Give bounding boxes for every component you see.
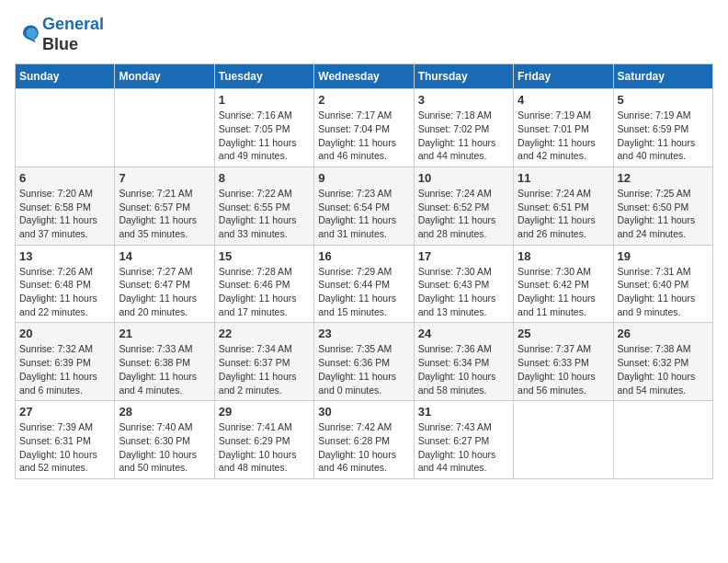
- day-number: 16: [318, 249, 409, 263]
- day-cell: [16, 89, 115, 167]
- day-number: 5: [618, 93, 709, 107]
- day-cell: 26Sunrise: 7:38 AMSunset: 6:32 PMDayligh…: [613, 323, 712, 401]
- header-friday: Friday: [514, 64, 613, 89]
- week-row-2: 6Sunrise: 7:20 AMSunset: 6:58 PMDaylight…: [16, 167, 713, 245]
- day-cell: 23Sunrise: 7:35 AMSunset: 6:36 PMDayligh…: [314, 323, 414, 401]
- day-cell: 14Sunrise: 7:27 AMSunset: 6:47 PMDayligh…: [115, 245, 214, 323]
- day-cell: [613, 401, 712, 479]
- day-number: 9: [318, 171, 409, 185]
- day-cell: 1Sunrise: 7:16 AMSunset: 7:05 PMDaylight…: [214, 89, 313, 167]
- day-info: Sunrise: 7:20 AMSunset: 6:58 PMDaylight:…: [19, 187, 110, 241]
- day-info: Sunrise: 7:25 AMSunset: 6:50 PMDaylight:…: [618, 187, 709, 241]
- day-cell: 2Sunrise: 7:17 AMSunset: 7:04 PMDaylight…: [314, 89, 414, 167]
- day-info: Sunrise: 7:24 AMSunset: 6:52 PMDaylight:…: [418, 187, 509, 241]
- day-cell: 8Sunrise: 7:22 AMSunset: 6:55 PMDaylight…: [214, 167, 313, 245]
- day-info: Sunrise: 7:31 AMSunset: 6:40 PMDaylight:…: [618, 265, 709, 319]
- day-number: 26: [618, 327, 709, 340]
- day-number: 25: [518, 327, 609, 340]
- day-cell: 4Sunrise: 7:19 AMSunset: 7:01 PMDaylight…: [514, 89, 613, 167]
- day-info: Sunrise: 7:43 AMSunset: 6:27 PMDaylight:…: [418, 420, 509, 475]
- day-info: Sunrise: 7:30 AMSunset: 6:42 PMDaylight:…: [518, 265, 609, 319]
- day-info: Sunrise: 7:35 AMSunset: 6:36 PMDaylight:…: [318, 342, 409, 396]
- day-number: 10: [418, 171, 509, 185]
- day-number: 12: [618, 171, 709, 185]
- day-info: Sunrise: 7:16 AMSunset: 7:05 PMDaylight:…: [219, 109, 310, 163]
- day-info: Sunrise: 7:24 AMSunset: 6:51 PMDaylight:…: [518, 187, 609, 241]
- day-cell: 19Sunrise: 7:31 AMSunset: 6:40 PMDayligh…: [613, 245, 712, 323]
- day-info: Sunrise: 7:22 AMSunset: 6:55 PMDaylight:…: [219, 187, 310, 241]
- day-number: 24: [418, 327, 509, 340]
- day-cell: 27Sunrise: 7:39 AMSunset: 6:31 PMDayligh…: [16, 401, 115, 479]
- day-number: 7: [119, 171, 210, 185]
- day-cell: 29Sunrise: 7:41 AMSunset: 6:29 PMDayligh…: [214, 401, 313, 479]
- day-info: Sunrise: 7:39 AMSunset: 6:31 PMDaylight:…: [19, 420, 110, 475]
- day-info: Sunrise: 7:28 AMSunset: 6:46 PMDaylight:…: [219, 265, 310, 319]
- day-cell: 9Sunrise: 7:23 AMSunset: 6:54 PMDaylight…: [314, 167, 414, 245]
- day-info: Sunrise: 7:41 AMSunset: 6:29 PMDaylight:…: [219, 420, 310, 475]
- day-info: Sunrise: 7:40 AMSunset: 6:30 PMDaylight:…: [119, 420, 210, 475]
- page-header: General Blue: [15, 15, 713, 54]
- day-cell: 11Sunrise: 7:24 AMSunset: 6:51 PMDayligh…: [514, 167, 613, 245]
- day-cell: 20Sunrise: 7:32 AMSunset: 6:39 PMDayligh…: [16, 323, 115, 401]
- day-cell: 25Sunrise: 7:37 AMSunset: 6:33 PMDayligh…: [514, 323, 613, 401]
- day-cell: 28Sunrise: 7:40 AMSunset: 6:30 PMDayligh…: [115, 401, 214, 479]
- day-number: 30: [318, 405, 409, 419]
- day-cell: 7Sunrise: 7:21 AMSunset: 6:57 PMDaylight…: [115, 167, 214, 245]
- day-cell: 21Sunrise: 7:33 AMSunset: 6:38 PMDayligh…: [115, 323, 214, 401]
- day-info: Sunrise: 7:27 AMSunset: 6:47 PMDaylight:…: [119, 265, 210, 319]
- day-info: Sunrise: 7:32 AMSunset: 6:39 PMDaylight:…: [19, 342, 110, 396]
- day-cell: 6Sunrise: 7:20 AMSunset: 6:58 PMDaylight…: [16, 167, 115, 245]
- day-number: 20: [19, 327, 110, 340]
- day-cell: 5Sunrise: 7:19 AMSunset: 6:59 PMDaylight…: [613, 89, 712, 167]
- day-info: Sunrise: 7:23 AMSunset: 6:54 PMDaylight:…: [318, 187, 409, 241]
- day-info: Sunrise: 7:33 AMSunset: 6:38 PMDaylight:…: [119, 342, 210, 396]
- day-number: 17: [418, 249, 509, 263]
- day-info: Sunrise: 7:19 AMSunset: 7:01 PMDaylight:…: [518, 109, 609, 163]
- day-info: Sunrise: 7:34 AMSunset: 6:37 PMDaylight:…: [219, 342, 310, 396]
- day-info: Sunrise: 7:19 AMSunset: 6:59 PMDaylight:…: [618, 109, 709, 163]
- day-cell: 3Sunrise: 7:18 AMSunset: 7:02 PMDaylight…: [414, 89, 513, 167]
- header-tuesday: Tuesday: [214, 64, 313, 89]
- day-cell: 17Sunrise: 7:30 AMSunset: 6:43 PMDayligh…: [414, 245, 513, 323]
- day-number: 14: [119, 249, 210, 263]
- day-cell: [115, 89, 214, 167]
- day-number: 4: [518, 93, 609, 107]
- day-cell: 16Sunrise: 7:29 AMSunset: 6:44 PMDayligh…: [314, 245, 414, 323]
- day-info: Sunrise: 7:37 AMSunset: 6:33 PMDaylight:…: [518, 342, 609, 396]
- header-row: SundayMondayTuesdayWednesdayThursdayFrid…: [16, 64, 713, 89]
- day-number: 19: [618, 249, 709, 263]
- day-info: Sunrise: 7:42 AMSunset: 6:28 PMDaylight:…: [318, 420, 409, 475]
- day-cell: 15Sunrise: 7:28 AMSunset: 6:46 PMDayligh…: [214, 245, 313, 323]
- logo-text: General Blue: [42, 15, 104, 54]
- day-info: Sunrise: 7:17 AMSunset: 7:04 PMDaylight:…: [318, 109, 409, 163]
- day-number: 6: [19, 171, 110, 185]
- day-cell: 31Sunrise: 7:43 AMSunset: 6:27 PMDayligh…: [414, 401, 513, 479]
- day-cell: 10Sunrise: 7:24 AMSunset: 6:52 PMDayligh…: [414, 167, 513, 245]
- calendar-table: SundayMondayTuesdayWednesdayThursdayFrid…: [15, 63, 713, 479]
- day-number: 23: [318, 327, 409, 340]
- day-info: Sunrise: 7:21 AMSunset: 6:57 PMDaylight:…: [119, 187, 210, 241]
- day-info: Sunrise: 7:18 AMSunset: 7:02 PMDaylight:…: [418, 109, 509, 163]
- header-monday: Monday: [115, 64, 214, 89]
- day-cell: 13Sunrise: 7:26 AMSunset: 6:48 PMDayligh…: [16, 245, 115, 323]
- day-number: 27: [19, 405, 110, 419]
- day-number: 2: [318, 93, 409, 107]
- day-number: 8: [219, 171, 310, 185]
- day-number: 13: [19, 249, 110, 263]
- header-thursday: Thursday: [414, 64, 513, 89]
- day-cell: 30Sunrise: 7:42 AMSunset: 6:28 PMDayligh…: [314, 401, 414, 479]
- day-info: Sunrise: 7:36 AMSunset: 6:34 PMDaylight:…: [418, 342, 509, 396]
- day-number: 1: [219, 93, 310, 107]
- header-saturday: Saturday: [613, 64, 712, 89]
- week-row-3: 13Sunrise: 7:26 AMSunset: 6:48 PMDayligh…: [16, 245, 713, 323]
- day-number: 15: [219, 249, 310, 263]
- day-info: Sunrise: 7:26 AMSunset: 6:48 PMDaylight:…: [19, 265, 110, 319]
- week-row-4: 20Sunrise: 7:32 AMSunset: 6:39 PMDayligh…: [16, 323, 713, 401]
- day-number: 31: [418, 405, 509, 419]
- day-info: Sunrise: 7:29 AMSunset: 6:44 PMDaylight:…: [318, 265, 409, 319]
- week-row-1: 1Sunrise: 7:16 AMSunset: 7:05 PMDaylight…: [16, 89, 713, 167]
- logo-icon: [17, 20, 42, 46]
- day-number: 28: [119, 405, 210, 419]
- day-cell: 22Sunrise: 7:34 AMSunset: 6:37 PMDayligh…: [214, 323, 313, 401]
- week-row-5: 27Sunrise: 7:39 AMSunset: 6:31 PMDayligh…: [16, 401, 713, 479]
